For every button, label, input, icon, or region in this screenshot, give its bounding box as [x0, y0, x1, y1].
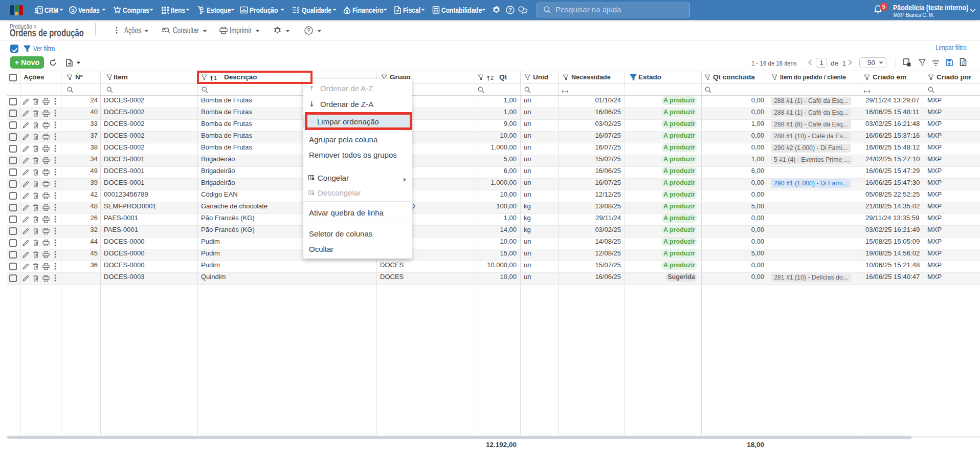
- svg-text:?: ?: [508, 7, 511, 13]
- svg-text:?: ?: [307, 27, 310, 33]
- svg-text:$: $: [346, 9, 348, 14]
- svg-text:S: S: [71, 7, 74, 13]
